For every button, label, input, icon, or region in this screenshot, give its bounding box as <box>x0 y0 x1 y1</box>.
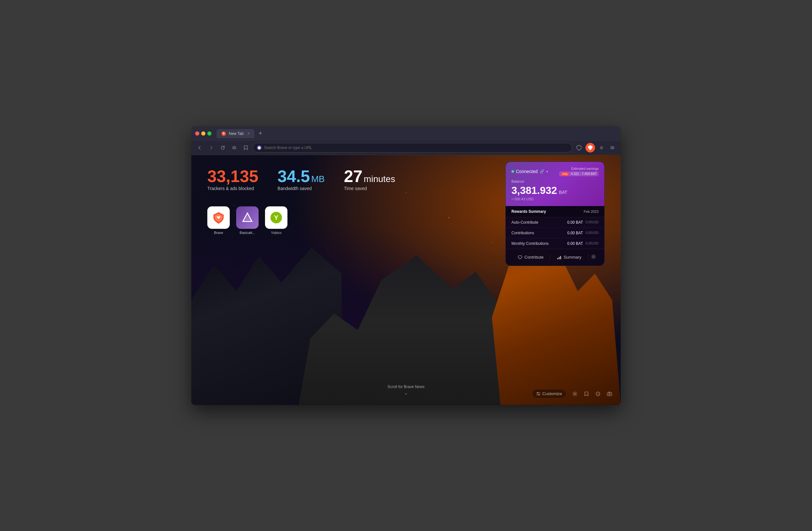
active-tab[interactable]: New Tab ✕ <box>217 129 255 138</box>
shortcut-yubico[interactable]: Y Yubico <box>265 206 287 234</box>
auto-contribute-bat: 0.00 BAT <box>567 220 583 225</box>
maximize-button[interactable] <box>207 131 212 135</box>
tab-area: New Tab ✕ + <box>217 129 617 138</box>
svg-rect-4 <box>610 146 614 147</box>
back-button[interactable] <box>195 143 204 152</box>
svg-point-19 <box>574 393 576 394</box>
connected-badge[interactable]: Connected 🔗 ▾ <box>511 169 548 174</box>
contribute-button[interactable]: Contribute <box>511 254 550 261</box>
bookmark-button[interactable] <box>241 143 250 152</box>
time-label: Time saved <box>344 186 395 191</box>
svg-rect-6 <box>610 149 614 149</box>
shortcut-brave[interactable]: Brave <box>207 206 230 234</box>
refresh-button[interactable] <box>218 143 227 152</box>
menu-icon[interactable] <box>608 143 617 152</box>
svg-point-17 <box>537 392 538 393</box>
brave-shortcut-label: Brave <box>214 231 223 234</box>
yubico-shortcut-icon: Y <box>265 206 287 229</box>
forward-button[interactable] <box>207 143 216 152</box>
chart-icon <box>556 255 562 260</box>
address-bar[interactable] <box>253 143 572 153</box>
back-icon <box>198 145 202 150</box>
balance-section: Balance 3,381.932 BAT ≈ 500.43 USD <box>511 180 598 201</box>
link-icon: 🔗 <box>540 169 545 174</box>
svg-rect-21 <box>607 392 612 396</box>
estimated-label: Estimated earnings <box>559 167 598 171</box>
svg-text:Y: Y <box>274 214 278 221</box>
scroll-hint: Scroll for Brave News ⌄ <box>388 385 424 396</box>
svg-rect-3 <box>232 149 236 149</box>
basicatt-shortcut-label: Basicatt... <box>240 231 255 234</box>
monthly-usd: 0.00USD <box>585 242 598 245</box>
title-bar: New Tab ✕ + <box>191 126 621 141</box>
shortcut-basicatt[interactable]: Basicatt... <box>236 206 259 234</box>
minimize-button[interactable] <box>201 131 205 135</box>
basicatt-shortcut-icon <box>236 206 259 229</box>
customize-button[interactable]: Customize <box>532 389 566 398</box>
summary-period: Feb 2023 <box>584 210 598 213</box>
hamburger-button[interactable] <box>230 143 239 152</box>
auto-contribute-row: Auto-Contribute 0.00 BAT 0.00USD <box>506 217 604 228</box>
earnings-badge: Feb 4.322 - 7.459 BAT <box>559 171 598 176</box>
trackers-label: Trackers & ads blocked <box>207 186 258 191</box>
stats-panel: 33,135 Trackers & ads blocked 34.5MB Ban… <box>207 168 395 191</box>
new-tab-button[interactable]: + <box>256 129 265 138</box>
settings-button[interactable] <box>588 253 598 262</box>
shield-icon[interactable] <box>575 143 583 152</box>
hamburger-icon <box>232 145 236 150</box>
extension-icon[interactable]: ⊞ <box>597 143 606 152</box>
bandwidth-stat: 34.5MB Bandwidth saved <box>277 168 324 191</box>
contributions-values: 0.00 BAT 0.00USD <box>567 231 598 235</box>
tab-favicon-icon <box>221 131 226 136</box>
sliders-icon <box>536 392 540 396</box>
monthly-contributions-row: Monthly Contributions 0.00 BAT 0.00USD <box>506 238 604 249</box>
auto-contribute-values: 0.00 BAT 0.00USD <box>567 220 598 225</box>
bookmarks-bottom-icon[interactable] <box>582 389 591 399</box>
svg-point-18 <box>538 394 539 395</box>
main-content: 33,135 Trackers & ads blocked 34.5MB Ban… <box>191 155 621 405</box>
shortcuts-bar: Brave Basicatt... Y Yubic <box>207 206 287 234</box>
summary-header: Rewards Summary Feb 2023 <box>506 206 604 217</box>
contribute-label: Contribute <box>525 255 544 260</box>
estimated-earnings: Estimated earnings Feb 4.322 - 7.459 BAT <box>559 167 598 176</box>
history-bottom-icon[interactable] <box>593 389 603 399</box>
close-button[interactable] <box>195 131 199 135</box>
balance-label: Balance <box>511 180 598 183</box>
contributions-row: Contributions 0.00 BAT 0.00USD <box>506 228 604 238</box>
svg-rect-12 <box>559 257 560 259</box>
svg-rect-5 <box>610 147 614 148</box>
earnings-period: Feb <box>561 172 569 176</box>
svg-rect-2 <box>232 147 236 148</box>
toolbar: ⊞ <box>191 141 621 155</box>
rewards-actions: Contribute Summary <box>506 249 604 266</box>
brave-rewards-button[interactable] <box>585 143 595 153</box>
scroll-text: Scroll for Brave News <box>388 385 424 389</box>
time-number: 27minutes <box>344 168 395 185</box>
connected-label: Connected <box>516 169 538 174</box>
summary-label: Summary <box>564 255 582 260</box>
monthly-bat: 0.00 BAT <box>567 241 583 246</box>
tab-close-icon[interactable]: ✕ <box>247 132 250 135</box>
summary-title: Rewards Summary <box>511 209 546 214</box>
rewards-panel: Connected 🔗 ▾ Estimated earnings Feb 4.3… <box>505 161 605 266</box>
svg-point-14 <box>593 256 594 257</box>
bottom-icons <box>570 389 614 399</box>
trackers-stat: 33,135 Trackers & ads blocked <box>207 168 258 191</box>
settings-bottom-icon[interactable] <box>570 389 580 399</box>
camera-bottom-icon[interactable] <box>605 389 614 399</box>
contributions-bat: 0.00 BAT <box>567 231 583 235</box>
svg-point-22 <box>609 393 610 395</box>
monthly-values: 0.00 BAT 0.00USD <box>567 241 598 246</box>
time-stat: 27minutes Time saved <box>344 168 395 191</box>
svg-rect-13 <box>560 256 561 259</box>
rewards-summary: Rewards Summary Feb 2023 Auto-Contribute… <box>506 206 604 249</box>
toolbar-right: ⊞ <box>575 143 617 153</box>
traffic-lights <box>195 131 212 135</box>
tab-title: New Tab <box>229 131 244 136</box>
rewards-header: Connected 🔗 ▾ Estimated earnings Feb 4.3… <box>506 162 604 206</box>
stats-grid: 33,135 Trackers & ads blocked 34.5MB Ban… <box>207 168 395 191</box>
address-input[interactable] <box>264 145 568 150</box>
refresh-icon <box>220 145 225 150</box>
summary-button[interactable]: Summary <box>550 254 588 261</box>
trackers-number: 33,135 <box>207 168 258 185</box>
